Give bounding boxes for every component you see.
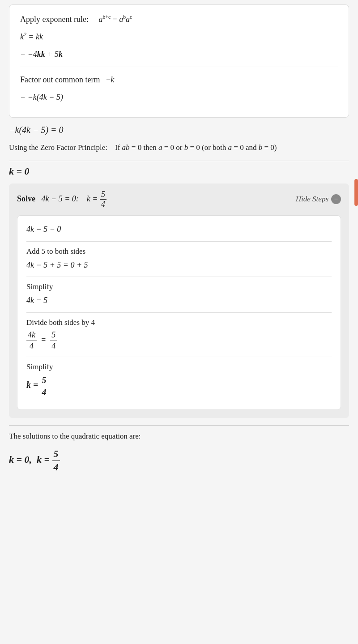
solutions-text: The solutions to the quadratic equation … [9, 430, 349, 443]
factor-label: Factor out common term [20, 75, 100, 84]
zero-factor-text: Using the Zero Factor Principle: If ab =… [9, 141, 349, 154]
step1-label: Add 5 to both sides [26, 247, 332, 256]
inner-divider-3 [26, 312, 332, 313]
factor-label-line: Factor out common term −k [20, 73, 338, 86]
expanded-line: = −4kk + 5k [20, 48, 338, 61]
step4-label: Simplify [26, 363, 332, 371]
factored-line: = −k(4k − 5) [20, 91, 338, 104]
main-divider-2 [9, 425, 349, 426]
inner-eq3: 4k = 5 [26, 294, 332, 307]
inner-eq2: 4k − 5 + 5 = 0 + 5 [26, 259, 332, 272]
final-answer: k = 0, k = 5 4 [9, 448, 349, 473]
step2-label: Simplify [26, 282, 332, 291]
solve-header: Solve 4k − 5 = 0: k = 5 4 Hide Steps − [17, 190, 341, 209]
page-container: Apply exponent rule: ab+c = abac k2 = kk… [0, 4, 358, 500]
solve-outer-box: Solve 4k − 5 = 0: k = 5 4 Hide Steps − 4… [9, 183, 349, 418]
divider-1 [20, 67, 338, 67]
main-divider-1 [9, 161, 349, 161]
inner-eq5: k = 5 4 [26, 374, 332, 398]
hide-steps-button[interactable]: Hide Steps − [296, 194, 341, 204]
inner-eq1: 4k − 5 = 0 [26, 223, 332, 236]
step3-label: Divide both sides by 4 [26, 318, 332, 327]
inner-steps-box: 4k − 5 = 0 Add 5 to both sides 4k − 5 + … [17, 215, 341, 410]
inner-eq4: 4k 4 = 5 4 [26, 330, 332, 351]
inner-divider-4 [26, 357, 332, 357]
solutions-label: The solutions to the quadratic equation … [9, 432, 141, 440]
k-zero: k = 0 [9, 166, 349, 177]
main-equation: −k(4k − 5) = 0 [9, 125, 349, 135]
solve-label: Solve [17, 194, 35, 203]
scrollbar-indicator[interactable] [354, 179, 358, 206]
k-squared-line: k2 = kk [20, 30, 338, 43]
hide-steps-icon: − [331, 194, 341, 204]
exponent-rule-line: Apply exponent rule: ab+c = abac [20, 13, 338, 26]
hide-steps-label: Hide Steps [296, 195, 328, 204]
solve-title: Solve 4k − 5 = 0: k = 5 4 [17, 190, 107, 209]
inner-divider-2 [26, 277, 332, 277]
apply-exponent-label: Apply exponent rule: [20, 15, 89, 24]
exponent-rule-math: ab+c = abac [98, 15, 132, 24]
top-box: Apply exponent rule: ab+c = abac k2 = kk… [9, 4, 349, 118]
inner-divider-1 [26, 241, 332, 242]
